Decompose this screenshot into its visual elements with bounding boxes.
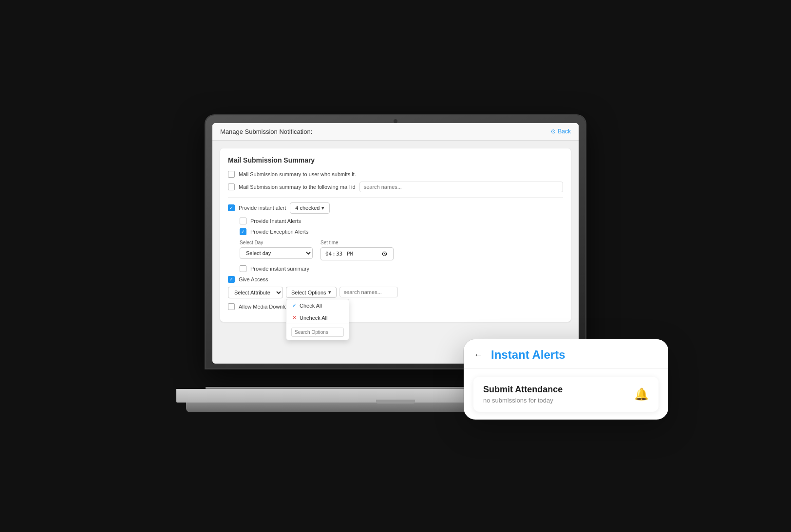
- instant-summary-checkbox[interactable]: [240, 265, 246, 272]
- exception-alerts-checkbox[interactable]: [240, 228, 246, 235]
- instant-alerts-sub-row: Provide Instant Alerts: [240, 218, 563, 224]
- divider-1: [228, 197, 563, 198]
- checked-count-button[interactable]: 4 checked ▾: [290, 202, 330, 214]
- instant-alert-row: Provide instant alert 4 checked ▾: [228, 202, 563, 214]
- back-circle-icon: ⊙: [551, 128, 556, 135]
- exception-alerts-sub-row: Provide Exception Alerts: [240, 228, 563, 235]
- phone-title: Instant Alerts: [491, 348, 565, 362]
- select-options-label: Select Options: [291, 290, 326, 295]
- select-day-group-item: Select Day Select day: [240, 240, 313, 261]
- select-day-group: Select Day Select day Set time: [240, 240, 563, 261]
- dropdown-menu: ✓ Check All ✕ Uncheck All: [286, 299, 349, 340]
- allow-media-row: Allow Media Download: [228, 303, 563, 310]
- scene: Manage Submission Notification: ⊙ Back M…: [152, 84, 639, 449]
- laptop-notch: [376, 400, 415, 404]
- phone-content: Submit Attendance no submissions for tod…: [464, 369, 668, 420]
- select-day-field[interactable]: Select day: [240, 247, 313, 259]
- select-options-row: Select Attribute Select Options ▾: [228, 287, 563, 298]
- mail-checkbox-1[interactable]: [228, 171, 235, 178]
- select-options-wrapper: Select Options ▾ ✓ Check All: [286, 287, 337, 298]
- mail-checkbox-row-1: Mail Submission summary to user who subm…: [228, 171, 563, 178]
- uncheck-all-item[interactable]: ✕ Uncheck All: [286, 312, 349, 324]
- notification-subtitle: no submissions for today: [483, 397, 563, 404]
- mail-label-2: Mail Submission summary to the following…: [239, 184, 356, 190]
- back-link[interactable]: ⊙ Back: [551, 128, 571, 135]
- dropdown-arrow-icon: ▾: [321, 205, 324, 211]
- set-time-field[interactable]: [320, 247, 394, 261]
- select-options-arrow: ▾: [328, 289, 331, 295]
- card-title: Mail Submission Summary: [228, 156, 563, 164]
- instant-summary-label: Provide instant summary: [250, 266, 309, 272]
- check-icon: ✓: [292, 302, 297, 309]
- mail-checkbox-2[interactable]: [228, 183, 235, 190]
- back-label: Back: [558, 128, 571, 135]
- instant-summary-row: Provide instant summary: [240, 265, 563, 272]
- options-search-input[interactable]: [339, 287, 398, 297]
- checked-count-label: 4 checked: [295, 205, 320, 211]
- give-access-row: Give Access: [228, 276, 563, 283]
- laptop-screen-outer: Manage Submission Notification: ⊙ Back M…: [206, 115, 585, 368]
- page-title: Manage Submission Notification:: [220, 128, 312, 135]
- uncheck-all-label: Uncheck All: [300, 315, 327, 321]
- select-attribute-field[interactable]: Select Attribute: [228, 287, 283, 298]
- mail-search-input[interactable]: [359, 182, 563, 192]
- give-access-checkbox[interactable]: [228, 276, 235, 283]
- main-card: Mail Submission Summary Mail Submission …: [220, 148, 571, 322]
- notification-title: Submit Attendance: [483, 385, 563, 395]
- uncheck-icon: ✕: [292, 314, 297, 321]
- set-time-group-item: Set time: [320, 240, 394, 261]
- check-all-item[interactable]: ✓ Check All: [286, 299, 349, 312]
- give-access-label: Give Access: [239, 276, 268, 282]
- mail-label-1: Mail Submission summary to user who subm…: [239, 171, 356, 177]
- laptop-camera: [394, 119, 397, 123]
- phone-overlay: ← Instant Alerts Submit Attendance no su…: [464, 339, 668, 420]
- exception-alerts-label: Provide Exception Alerts: [250, 229, 308, 235]
- screen-body: Mail Submission Summary Mail Submission …: [212, 141, 579, 364]
- allow-media-checkbox[interactable]: [228, 303, 235, 310]
- notification-card: Submit Attendance no submissions for tod…: [473, 377, 659, 412]
- phone-header: ← Instant Alerts: [464, 339, 668, 369]
- instant-alerts-checkbox[interactable]: [240, 218, 246, 224]
- instant-alert-checkbox[interactable]: [228, 204, 235, 211]
- mail-checkbox-row-2: Mail Submission summary to the following…: [228, 182, 563, 192]
- dropdown-search-area: [286, 324, 349, 340]
- phone-back-icon[interactable]: ←: [473, 349, 483, 360]
- instant-alert-label: Provide instant alert: [239, 205, 286, 211]
- select-options-button[interactable]: Select Options ▾: [286, 287, 337, 298]
- screen-header: Manage Submission Notification: ⊙ Back: [212, 123, 579, 141]
- bell-icon: 🔔: [634, 387, 649, 401]
- laptop-screen-bezel: Manage Submission Notification: ⊙ Back M…: [212, 123, 579, 364]
- instant-alerts-label: Provide Instant Alerts: [250, 218, 301, 224]
- check-all-label: Check All: [300, 303, 322, 309]
- select-day-label: Select Day: [240, 240, 313, 245]
- notification-text: Submit Attendance no submissions for tod…: [483, 385, 563, 404]
- set-time-label: Set time: [320, 240, 394, 245]
- dropdown-search-input[interactable]: [291, 328, 344, 337]
- screen-content: Manage Submission Notification: ⊙ Back M…: [212, 123, 579, 364]
- allow-media-label: Allow Media Download: [239, 304, 293, 310]
